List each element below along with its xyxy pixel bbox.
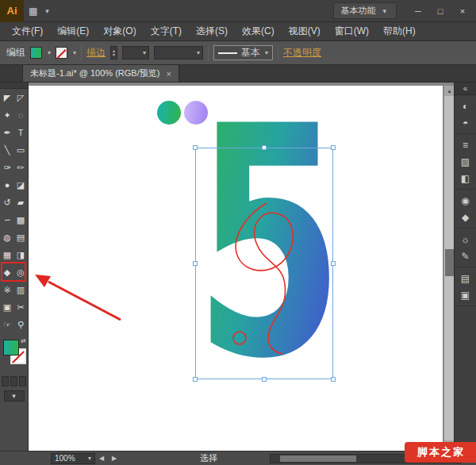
shape-builder-tool[interactable]: ◍	[1, 229, 14, 246]
selection-handle-se[interactable]	[331, 377, 336, 382]
lasso-tool[interactable]: ◌	[14, 106, 28, 124]
rectangle-tool[interactable]: ▭	[14, 141, 28, 159]
menu-object[interactable]: 对象(O)	[96, 22, 143, 40]
type-tool[interactable]: T	[14, 124, 28, 141]
gradient-tool[interactable]: ◨	[14, 246, 28, 263]
dock-collapse-button[interactable]: «	[455, 83, 476, 95]
layout-caret-icon[interactable]: ▾	[42, 7, 52, 15]
direct-selection-tool[interactable]: ◸	[14, 89, 28, 106]
draw-normal-button[interactable]	[2, 376, 9, 386]
layout-icon[interactable]: ▦	[24, 6, 42, 17]
menu-help[interactable]: 帮助(H)	[376, 22, 423, 40]
fill-swatch[interactable]	[3, 340, 19, 355]
stroke-weight-stepper[interactable]: ▴ ▾	[113, 49, 115, 57]
menu-window[interactable]: 窗口(W)	[328, 22, 376, 40]
selection-handle-ne[interactable]	[331, 145, 336, 150]
pencil-tool[interactable]: ✏	[14, 159, 28, 176]
tools-panel: ◤ ◸ ✦ ◌ ✒ T ╲ ▭ ✑ ✏ ● ◪ ↺ ▰ ∽ ▩ ◍ ▤ ▦ ◨	[0, 83, 29, 451]
menu-edit[interactable]: 编辑(E)	[50, 22, 96, 40]
toolbar-grip[interactable]	[0, 83, 28, 89]
width-tool[interactable]: ∽	[1, 211, 14, 229]
width-profile-dropdown[interactable]: ▾	[122, 46, 149, 60]
slice-tool[interactable]: ✂	[14, 298, 28, 316]
selection-tool[interactable]: ◤	[1, 89, 14, 106]
selection-bounding-box	[195, 148, 333, 379]
selection-handle-n[interactable]	[262, 145, 267, 150]
dock-group: ◉ ◆	[455, 190, 476, 229]
graphic-styles-panel-icon[interactable]: ◆	[456, 209, 475, 225]
fill-caret-icon[interactable]: ▾	[48, 49, 51, 56]
stroke-panel-icon[interactable]: ≡	[456, 136, 475, 153]
current-tool-status: 选择	[149, 452, 268, 464]
vertical-scroll-thumb[interactable]	[445, 249, 454, 276]
menu-effect[interactable]: 效果(C)	[235, 22, 282, 40]
blob-brush-tool[interactable]: ●	[1, 176, 14, 194]
zoom-tool[interactable]: ⚲	[14, 316, 28, 333]
menu-type[interactable]: 文字(T)	[144, 22, 189, 40]
transparency-panel-icon[interactable]: ◧	[456, 170, 475, 186]
gradient-panel-icon[interactable]: ▨	[456, 153, 475, 170]
menu-file[interactable]: 文件(F)	[5, 22, 50, 40]
stroke-panel-link[interactable]: 描边	[86, 46, 106, 60]
paintbrush-tool[interactable]: ✑	[1, 159, 14, 176]
menu-view[interactable]: 视图(V)	[282, 22, 328, 40]
scroll-up-icon[interactable]: ▲	[444, 86, 454, 96]
workspace-switcher[interactable]: 基本功能 ▾	[333, 2, 397, 19]
scale-tool[interactable]: ▰	[14, 194, 28, 211]
symbols-panel-icon[interactable]: ☼	[456, 231, 475, 248]
control-bar: 编组 ▾ ▾ 描边 ▴ ▾ ▾ ▾ 基本 ▾ 不透明度	[0, 41, 476, 65]
gradient-circle-teal[interactable]	[157, 101, 181, 125]
column-graph-tool[interactable]: ▥	[14, 281, 28, 298]
eraser-tool[interactable]: ◪	[14, 176, 28, 194]
hand-tool[interactable]: ☞	[1, 316, 14, 333]
brush-definition-dropdown[interactable]: 基本 ▾	[213, 45, 273, 60]
color-panel-icon[interactable]: ◐	[456, 98, 475, 114]
swap-fill-stroke-icon[interactable]: ⇄	[21, 337, 26, 344]
appearance-panel-icon[interactable]: ◉	[456, 192, 475, 209]
horizontal-scroll-thumb[interactable]	[280, 455, 356, 462]
line-segment-tool[interactable]: ╲	[1, 141, 14, 159]
stroke-caret-icon[interactable]: ▾	[73, 49, 76, 56]
pen-tool[interactable]: ✒	[1, 124, 14, 141]
perspective-grid-tool[interactable]: ▤	[14, 229, 28, 246]
stepper-down-icon[interactable]: ▾	[113, 53, 115, 57]
next-artboard-icon[interactable]: ▶	[108, 453, 121, 464]
close-button[interactable]: ×	[452, 3, 473, 19]
panel-dock: « ◐ ◓ ≡ ▨ ◧ ◉ ◆ ☼ ✎ ▤ ▣	[454, 83, 476, 451]
artboard-tool[interactable]: ▣	[1, 298, 14, 316]
brushes-panel-icon[interactable]: ✎	[456, 248, 475, 264]
color-guide-panel-icon[interactable]: ◓	[456, 114, 475, 131]
canvas-area: 5 ▲ ▼	[29, 83, 454, 451]
document-tab[interactable]: 未标题-1.ai* @ 100% (RGB/预览) ×	[22, 64, 179, 82]
selection-handle-sw[interactable]	[193, 377, 198, 382]
rotate-tool[interactable]: ↺	[1, 194, 14, 211]
vertical-scrollbar[interactable]: ▲ ▼	[443, 86, 454, 451]
menu-select[interactable]: 选择(S)	[189, 22, 235, 40]
selection-handle-w[interactable]	[193, 261, 198, 266]
document-tab-bar: 未标题-1.ai* @ 100% (RGB/预览) ×	[0, 65, 476, 83]
fill-color-swatch[interactable]	[30, 47, 42, 59]
draw-behind-button[interactable]	[10, 376, 17, 386]
tab-close-icon[interactable]: ×	[166, 69, 171, 79]
opacity-link[interactable]: 不透明度	[283, 46, 321, 60]
selection-handle-nw[interactable]	[193, 145, 198, 150]
restore-button[interactable]: □	[430, 3, 451, 19]
stroke-color-swatch[interactable]	[56, 47, 67, 59]
symbol-sprayer-tool[interactable]: ※	[1, 281, 14, 298]
dock-group: ▤ ▣	[455, 267, 476, 306]
draw-inside-button[interactable]	[19, 376, 26, 386]
minimize-button[interactable]: ─	[408, 3, 428, 19]
stroke-weight-field[interactable]: ▴ ▾	[110, 46, 117, 60]
mesh-tool[interactable]: ▦	[1, 246, 14, 263]
selection-handle-s[interactable]	[262, 377, 267, 382]
artboards-panel-icon[interactable]: ▣	[456, 286, 475, 303]
magic-wand-tool[interactable]: ✦	[1, 106, 14, 124]
selection-handle-e[interactable]	[331, 261, 336, 266]
prev-artboard-icon[interactable]: ◀	[95, 453, 108, 464]
free-transform-tool[interactable]: ▩	[14, 211, 28, 229]
zoom-level-dropdown[interactable]: 100% ▾	[51, 453, 95, 464]
screen-mode-button[interactable]: ▾	[4, 390, 25, 402]
document-title: 未标题-1.ai* @ 100% (RGB/预览)	[30, 67, 159, 79]
variable-width-dropdown[interactable]: ▾	[154, 46, 203, 60]
layers-panel-icon[interactable]: ▤	[456, 270, 475, 286]
